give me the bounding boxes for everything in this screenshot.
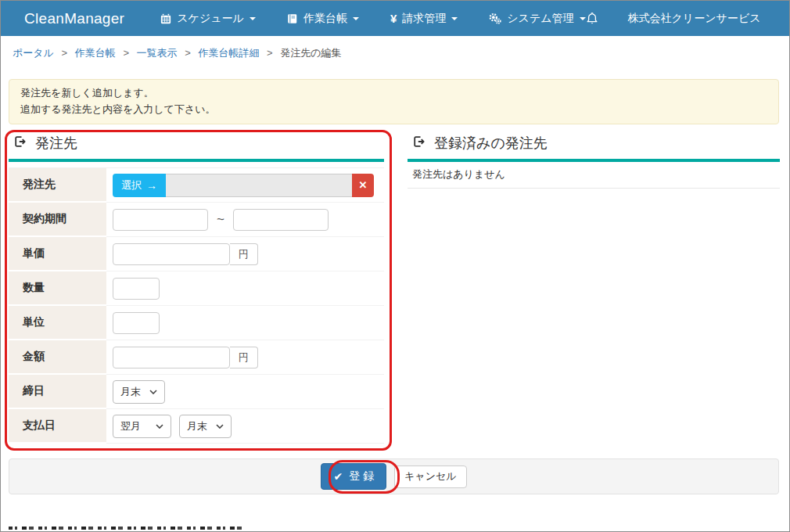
breadcrumb-separator: >: [62, 47, 68, 59]
supplier-input-group: 選択 → ✕: [113, 174, 374, 197]
unit-price-label: 単価: [9, 237, 106, 271]
contract-period-label: 契約期間: [9, 203, 106, 237]
chevron-down-icon: [451, 17, 458, 23]
breadcrumb: ポータル > 作業台帳 > 一覧表示 > 作業台帳詳細 > 発注先の編集: [1, 36, 789, 70]
registered-suppliers-panel: 登録済みの発注先 発注先はありません: [408, 128, 780, 189]
breadcrumb-detail[interactable]: 作業台帳詳細: [198, 47, 259, 59]
breadcrumb-separator: >: [185, 47, 191, 59]
nav-menu-schedule[interactable]: スケジュール: [160, 12, 256, 26]
breadcrumb-portal[interactable]: ポータル: [13, 47, 54, 59]
supplier-value-input: [166, 174, 352, 197]
supplier-label: 発注先: [9, 168, 106, 203]
breadcrumb-ledger[interactable]: 作業台帳: [75, 47, 116, 59]
cancel-button[interactable]: キャンセル: [394, 466, 467, 488]
supplier-select-button[interactable]: 選択 →: [113, 174, 166, 197]
top-navbar: CleanManager スケジュール: [1, 1, 789, 36]
unit-input[interactable]: [113, 312, 160, 334]
chevron-down-icon: [149, 390, 157, 394]
empty-suppliers-message: 発注先はありません: [408, 162, 780, 189]
field-row-closing-day: 締日 月末: [9, 375, 384, 409]
order-form-header: 発注先: [9, 128, 384, 162]
payment-day-select[interactable]: 月末: [179, 415, 232, 438]
breadcrumb-current: 発注先の編集: [280, 47, 341, 59]
breadcrumb-separator: >: [123, 47, 129, 59]
select-button-label: 選択: [121, 178, 142, 192]
nav-menu-system[interactable]: システム管理: [489, 12, 585, 26]
field-row-quantity: 数量: [9, 271, 384, 306]
yen-icon: ¥: [390, 12, 397, 25]
submit-button-label: 登 録: [349, 469, 374, 483]
field-row-supplier: 発注先 選択 → ✕: [9, 168, 384, 203]
bell-icon[interactable]: [586, 12, 598, 25]
field-row-payment-day: 支払日 翌月 月末: [9, 409, 384, 444]
form-action-bar: ✔ 登 録 キャンセル: [9, 458, 779, 494]
check-icon: ✔: [333, 470, 343, 483]
info-notice: 発注先を新しく追加します。 追加する発注先と内容を入力して下さい。: [9, 79, 779, 124]
nav-menu-ledger[interactable]: 作業台帳: [287, 12, 359, 26]
yen-addon: 円: [230, 347, 258, 368]
chevron-down-icon: [156, 424, 163, 429]
field-row-contract-period: 契約期間 ~: [9, 203, 384, 237]
quantity-label: 数量: [9, 271, 106, 306]
sign-out-icon: [14, 135, 27, 152]
nav-menu-label: 請求管理: [402, 12, 446, 26]
x-icon: ✕: [359, 179, 368, 191]
contract-start-input[interactable]: [113, 209, 208, 231]
chevron-down-icon: [216, 424, 224, 429]
chevron-down-icon: [353, 17, 359, 23]
closing-day-select[interactable]: 月末: [113, 380, 165, 404]
notice-line1: 発注先を新しく追加します。: [20, 85, 767, 102]
order-form-panel: 発注先 発注先 選択 → ✕ 契約期間: [9, 128, 384, 444]
calendar-icon: [160, 13, 171, 24]
contract-end-input[interactable]: [233, 209, 329, 231]
notice-line2: 追加する発注先と内容を入力して下さい。: [20, 102, 767, 118]
arrow-right-icon: →: [146, 179, 157, 192]
app-window: CleanManager スケジュール: [0, 0, 790, 532]
nav-menu-billing[interactable]: ¥ 請求管理: [390, 12, 458, 26]
select-value: 月末: [120, 385, 141, 399]
chevron-down-icon: [250, 17, 256, 23]
nav-menu-label: 作業台帳: [303, 12, 347, 26]
payment-month-select[interactable]: 翌月: [113, 415, 171, 438]
registered-suppliers-header: 登録済みの発注先: [408, 128, 780, 162]
clipped-footer-text: [9, 527, 245, 530]
payment-day-label: 支払日: [9, 409, 106, 444]
unit-label: 単位: [9, 306, 106, 340]
breadcrumb-separator: >: [267, 47, 273, 59]
quantity-input[interactable]: [113, 278, 160, 300]
amount-label: 金額: [9, 340, 106, 375]
select-value: 翌月: [120, 419, 141, 433]
unit-price-input[interactable]: [113, 243, 230, 265]
amount-input[interactable]: [113, 347, 230, 368]
submit-button[interactable]: ✔ 登 録: [321, 463, 386, 490]
nav-menu-label: スケジュール: [177, 12, 244, 26]
order-form-table: 発注先 選択 → ✕ 契約期間 ~: [9, 167, 384, 444]
account-name[interactable]: 株式会社クリーンサービス: [628, 12, 761, 26]
yen-addon: 円: [230, 243, 258, 265]
tilde-separator: ~: [217, 212, 224, 228]
breadcrumb-list[interactable]: 一覧表示: [137, 47, 178, 59]
nav-menu-label: システム管理: [507, 12, 573, 26]
field-row-unit: 単位: [9, 306, 384, 340]
navbar-right: 株式会社クリーンサービス: [586, 12, 761, 26]
field-row-amount: 金額 円: [9, 340, 384, 375]
field-row-unit-price: 単価 円: [9, 237, 384, 271]
gears-icon: [489, 13, 501, 24]
closing-day-label: 締日: [9, 375, 106, 409]
supplier-clear-button[interactable]: ✕: [352, 174, 374, 197]
panel-title: 登録済みの発注先: [434, 134, 548, 153]
sign-out-icon: [413, 135, 426, 152]
book-icon: [287, 13, 298, 24]
select-value: 月末: [187, 419, 207, 433]
brand-logo[interactable]: CleanManager: [24, 10, 124, 27]
chevron-down-icon: [580, 17, 586, 23]
panel-title: 発注先: [35, 134, 77, 153]
